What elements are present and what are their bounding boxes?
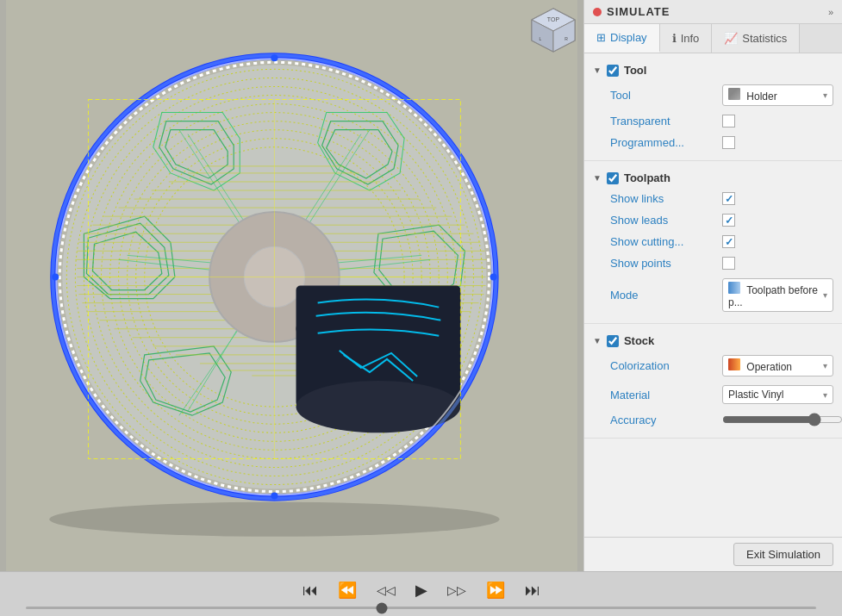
show-leads-checkbox[interactable]: ✓ — [722, 214, 735, 227]
show-points-checkbox[interactable] — [722, 257, 735, 270]
exit-simulation-row: Exit Simulation — [584, 537, 842, 571]
exit-simulation-button[interactable]: Exit Simulation — [733, 543, 833, 566]
prev-step-button[interactable]: ⏪ — [334, 579, 360, 601]
mode-property-row: Mode Toolpath before p... ▾ — [584, 274, 842, 316]
programmed-property-row: Programmed... — [584, 132, 842, 153]
svg-text:L: L — [540, 36, 542, 41]
play-button[interactable]: ▶ — [412, 579, 431, 601]
svg-text:R: R — [564, 36, 568, 41]
colorization-label: Colorization — [610, 359, 714, 372]
programmed-value — [722, 136, 833, 149]
mode-value: Toolpath before p... ▾ — [722, 278, 833, 312]
colorization-dropdown-arrow: ▾ — [823, 361, 827, 370]
tab-statistics[interactable]: 📈 Statistics — [712, 24, 800, 53]
accuracy-row: Accuracy — [584, 408, 842, 431]
tab-statistics-label: Statistics — [742, 32, 787, 45]
show-cutting-checkbox[interactable]: ✓ — [722, 235, 735, 248]
show-points-value — [722, 257, 833, 270]
mode-dropdown-value: Toolpath before p... — [728, 284, 818, 308]
timeline-thumb[interactable] — [376, 602, 387, 613]
programmed-checkbox[interactable] — [722, 136, 735, 149]
accuracy-label: Accuracy — [610, 414, 714, 426]
material-dropdown-arrow: ▾ — [823, 390, 827, 400]
mode-label: Mode — [610, 289, 714, 302]
tab-display-label: Display — [610, 31, 647, 44]
tool-section-checkbox[interactable] — [607, 65, 619, 77]
show-cutting-label: Show cutting... — [610, 235, 714, 248]
svg-point-1 — [49, 502, 499, 537]
colorization-dropdown-value: Operation — [746, 361, 792, 373]
tool-value: Holder ▾ — [722, 84, 833, 106]
tool-section-title: Tool — [624, 64, 646, 77]
colorization-dropdown[interactable]: Operation ▾ — [722, 355, 833, 376]
show-links-label: Show links — [610, 192, 714, 205]
timeline-row — [17, 607, 825, 609]
toolpath-collapse-arrow: ▼ — [593, 173, 602, 183]
slow-back-button[interactable]: ◁◁ — [373, 582, 399, 599]
panel-expand-button[interactable]: » — [828, 7, 833, 17]
statistics-icon: 📈 — [724, 32, 738, 45]
svg-point-64 — [271, 493, 278, 500]
svg-point-63 — [271, 54, 278, 61]
colorization-icon — [728, 358, 740, 370]
transparent-label: Transparent — [610, 115, 714, 128]
material-dropdown[interactable]: Plastic Vinyl ▾ — [722, 385, 833, 404]
material-label: Material — [610, 389, 714, 401]
panel-title: SIMULATE — [607, 5, 670, 18]
svg-point-65 — [52, 273, 59, 280]
tool-label: Tool — [610, 89, 714, 102]
show-points-row: Show points — [584, 252, 842, 274]
toolpath-section-header[interactable]: ▼ Toolpath — [584, 168, 842, 188]
tab-display[interactable]: ⊞ Display — [584, 24, 660, 53]
tool-dropdown-arrow: ▾ — [823, 90, 827, 100]
toolpath-section-checkbox[interactable] — [607, 172, 619, 184]
panel-header: SIMULATE » — [584, 0, 842, 24]
material-row: Material Plastic Vinyl ▾ — [584, 381, 842, 408]
bottom-controls: ⏮ ⏪ ◁◁ ▶ ▷▷ ⏩ ⏭ — [0, 571, 842, 616]
transparent-value — [722, 115, 833, 128]
timeline-track[interactable] — [26, 607, 816, 609]
tool-section-header[interactable]: ▼ Tool — [584, 60, 842, 80]
svg-point-57 — [296, 381, 461, 432]
show-links-row: Show links ✓ — [584, 188, 842, 209]
nav-cube[interactable]: TOP L R — [527, 4, 579, 56]
svg-text:TOP: TOP — [547, 16, 560, 22]
show-points-label: Show points — [610, 257, 714, 270]
viewport: TOP L R — [0, 0, 583, 571]
toolpath-section-title: Toolpath — [624, 171, 670, 184]
nav-cube-icon: TOP L R — [527, 4, 579, 56]
next-step-button[interactable]: ⏩ — [483, 579, 508, 601]
toolpath-section: ▼ Toolpath Show links ✓ Show leads — [584, 161, 842, 324]
tool-collapse-arrow: ▼ — [593, 65, 602, 75]
material-dropdown-value: Plastic Vinyl — [728, 389, 783, 401]
tabs-row: ⊞ Display ℹ Info 📈 Statistics — [584, 24, 842, 53]
accuracy-slider[interactable] — [722, 413, 842, 426]
stock-section-title: Stock — [624, 334, 654, 347]
transparent-property-row: Transparent — [584, 110, 842, 132]
panel-body: ▼ Tool Tool Holder ▾ — [584, 53, 842, 537]
status-dot — [593, 8, 602, 16]
slow-fwd-button[interactable]: ▷▷ — [444, 582, 470, 599]
tool-section: ▼ Tool Tool Holder ▾ — [584, 53, 842, 161]
show-leads-row: Show leads ✓ — [584, 209, 842, 231]
info-icon: ℹ — [672, 32, 677, 45]
show-links-checkbox[interactable]: ✓ — [722, 192, 735, 205]
tab-info[interactable]: ℹ Info — [660, 24, 713, 53]
stock-section-checkbox[interactable] — [607, 335, 619, 347]
show-leads-label: Show leads — [610, 214, 714, 227]
svg-point-66 — [490, 273, 497, 280]
tool-property-row: Tool Holder ▾ — [584, 80, 842, 110]
tool-dropdown[interactable]: Holder ▾ — [722, 84, 833, 106]
mode-dropdown[interactable]: Toolpath before p... ▾ — [722, 278, 833, 312]
skip-end-button[interactable]: ⏭ — [521, 580, 544, 601]
show-links-value: ✓ — [722, 192, 833, 205]
material-value: Plastic Vinyl ▾ — [722, 385, 833, 404]
right-panel: SIMULATE » ⊞ Display ℹ Info 📈 Statistics — [583, 0, 842, 571]
show-cutting-row: Show cutting... ✓ — [584, 231, 842, 252]
skip-start-button[interactable]: ⏮ — [299, 580, 321, 601]
transparent-checkbox[interactable] — [722, 115, 735, 128]
playback-buttons: ⏮ ⏪ ◁◁ ▶ ▷▷ ⏩ ⏭ — [299, 579, 544, 601]
tab-info-label: Info — [681, 32, 700, 45]
show-cutting-value: ✓ — [722, 235, 833, 248]
stock-section-header[interactable]: ▼ Stock — [584, 331, 842, 351]
